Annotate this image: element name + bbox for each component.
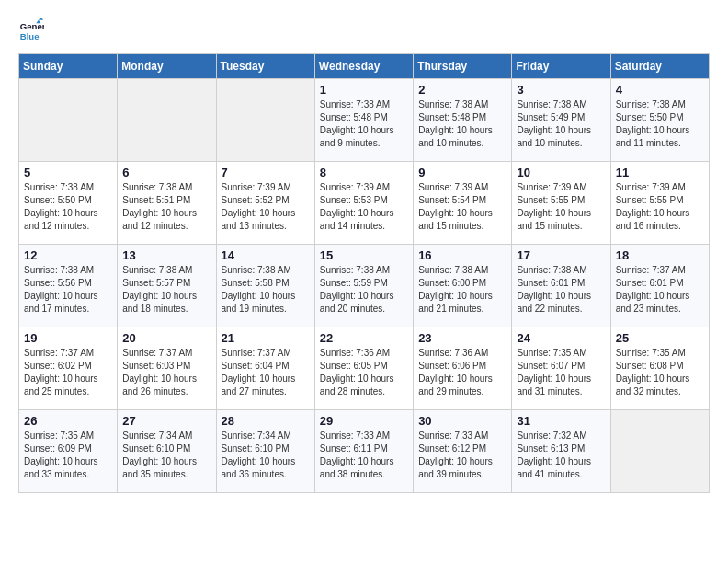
day-info: Sunrise: 7:36 AM Sunset: 6:05 PM Dayligh… [320, 347, 408, 398]
calendar-cell: 3Sunrise: 7:38 AM Sunset: 5:49 PM Daylig… [512, 79, 610, 162]
day-info: Sunrise: 7:38 AM Sunset: 5:48 PM Dayligh… [320, 98, 408, 150]
day-info: Sunrise: 7:38 AM Sunset: 5:56 PM Dayligh… [24, 264, 112, 316]
day-number: 15 [320, 248, 408, 262]
weekday-header-saturday: Saturday [610, 54, 709, 79]
calendar-cell: 16Sunrise: 7:38 AM Sunset: 6:00 PM Dayli… [414, 245, 512, 327]
calendar-cell: 21Sunrise: 7:37 AM Sunset: 6:04 PM Dayli… [216, 327, 314, 410]
page-header: General Blue [18, 18, 710, 44]
day-info: Sunrise: 7:32 AM Sunset: 6:13 PM Dayligh… [517, 430, 605, 481]
day-number: 29 [320, 414, 408, 428]
day-info: Sunrise: 7:34 AM Sunset: 6:10 PM Dayligh… [122, 430, 210, 481]
calendar-cell: 19Sunrise: 7:37 AM Sunset: 6:02 PM Dayli… [19, 327, 118, 410]
day-info: Sunrise: 7:38 AM Sunset: 5:49 PM Dayligh… [517, 98, 605, 150]
day-info: Sunrise: 7:34 AM Sunset: 6:10 PM Dayligh… [222, 430, 310, 481]
calendar-cell: 12Sunrise: 7:38 AM Sunset: 5:56 PM Dayli… [19, 245, 118, 327]
day-info: Sunrise: 7:38 AM Sunset: 5:51 PM Dayligh… [122, 181, 210, 233]
day-info: Sunrise: 7:35 AM Sunset: 6:09 PM Dayligh… [24, 430, 112, 481]
day-number: 11 [616, 166, 704, 179]
day-number: 10 [517, 166, 605, 179]
day-number: 25 [616, 331, 704, 345]
day-number: 7 [222, 166, 310, 179]
day-info: Sunrise: 7:33 AM Sunset: 6:12 PM Dayligh… [418, 430, 506, 481]
day-info: Sunrise: 7:37 AM Sunset: 6:01 PM Dayligh… [616, 264, 704, 316]
calendar-cell [118, 79, 216, 162]
weekday-header-tuesday: Tuesday [216, 54, 314, 79]
calendar-cell: 30Sunrise: 7:33 AM Sunset: 6:12 PM Dayli… [414, 410, 512, 493]
day-info: Sunrise: 7:38 AM Sunset: 6:00 PM Dayligh… [418, 264, 506, 316]
calendar-cell: 1Sunrise: 7:38 AM Sunset: 5:48 PM Daylig… [314, 79, 413, 162]
day-info: Sunrise: 7:38 AM Sunset: 5:59 PM Dayligh… [320, 264, 408, 316]
day-number: 22 [320, 331, 408, 345]
weekday-header-wednesday: Wednesday [314, 54, 413, 79]
day-info: Sunrise: 7:38 AM Sunset: 5:57 PM Dayligh… [122, 264, 210, 316]
day-number: 13 [122, 248, 210, 262]
day-number: 26 [24, 414, 112, 428]
day-info: Sunrise: 7:39 AM Sunset: 5:52 PM Dayligh… [222, 181, 310, 233]
weekday-header-sunday: Sunday [19, 54, 118, 79]
day-number: 12 [24, 248, 112, 262]
day-info: Sunrise: 7:35 AM Sunset: 6:08 PM Dayligh… [616, 347, 704, 398]
day-info: Sunrise: 7:38 AM Sunset: 5:48 PM Dayligh… [418, 98, 506, 150]
day-number: 18 [616, 248, 704, 262]
day-info: Sunrise: 7:38 AM Sunset: 5:50 PM Dayligh… [616, 98, 704, 150]
day-number: 9 [418, 166, 506, 179]
day-number: 17 [517, 248, 605, 262]
logo: General Blue [18, 18, 48, 44]
calendar-cell: 17Sunrise: 7:38 AM Sunset: 6:01 PM Dayli… [512, 245, 610, 327]
day-info: Sunrise: 7:33 AM Sunset: 6:11 PM Dayligh… [320, 430, 408, 481]
day-number: 23 [418, 331, 506, 345]
calendar-table: SundayMondayTuesdayWednesdayThursdayFrid… [18, 53, 710, 493]
day-info: Sunrise: 7:39 AM Sunset: 5:53 PM Dayligh… [320, 181, 408, 233]
day-number: 1 [320, 83, 408, 97]
day-info: Sunrise: 7:39 AM Sunset: 5:55 PM Dayligh… [517, 181, 605, 233]
calendar-cell: 8Sunrise: 7:39 AM Sunset: 5:53 PM Daylig… [314, 162, 413, 245]
day-number: 31 [517, 414, 605, 428]
calendar-cell [19, 79, 118, 162]
day-info: Sunrise: 7:39 AM Sunset: 5:54 PM Dayligh… [418, 181, 506, 233]
calendar-cell: 29Sunrise: 7:33 AM Sunset: 6:11 PM Dayli… [314, 410, 413, 493]
calendar-cell: 6Sunrise: 7:38 AM Sunset: 5:51 PM Daylig… [118, 162, 216, 245]
calendar-cell: 10Sunrise: 7:39 AM Sunset: 5:55 PM Dayli… [512, 162, 610, 245]
calendar-cell: 27Sunrise: 7:34 AM Sunset: 6:10 PM Dayli… [118, 410, 216, 493]
day-number: 27 [122, 414, 210, 428]
calendar-cell: 18Sunrise: 7:37 AM Sunset: 6:01 PM Dayli… [610, 245, 709, 327]
weekday-header-thursday: Thursday [414, 54, 512, 79]
day-info: Sunrise: 7:36 AM Sunset: 6:06 PM Dayligh… [418, 347, 506, 398]
calendar-cell: 13Sunrise: 7:38 AM Sunset: 5:57 PM Dayli… [118, 245, 216, 327]
calendar-cell: 26Sunrise: 7:35 AM Sunset: 6:09 PM Dayli… [19, 410, 118, 493]
calendar-cell: 11Sunrise: 7:39 AM Sunset: 5:55 PM Dayli… [610, 162, 709, 245]
day-number: 3 [517, 83, 605, 97]
calendar-cell: 22Sunrise: 7:36 AM Sunset: 6:05 PM Dayli… [314, 327, 413, 410]
day-info: Sunrise: 7:38 AM Sunset: 5:50 PM Dayligh… [24, 181, 112, 233]
day-number: 21 [222, 331, 310, 345]
calendar-cell: 24Sunrise: 7:35 AM Sunset: 6:07 PM Dayli… [512, 327, 610, 410]
calendar-cell: 4Sunrise: 7:38 AM Sunset: 5:50 PM Daylig… [610, 79, 709, 162]
calendar-cell: 9Sunrise: 7:39 AM Sunset: 5:54 PM Daylig… [414, 162, 512, 245]
day-info: Sunrise: 7:37 AM Sunset: 6:02 PM Dayligh… [24, 347, 112, 398]
day-info: Sunrise: 7:37 AM Sunset: 6:04 PM Dayligh… [222, 347, 310, 398]
day-number: 16 [418, 248, 506, 262]
calendar-cell: 15Sunrise: 7:38 AM Sunset: 5:59 PM Dayli… [314, 245, 413, 327]
calendar-cell: 31Sunrise: 7:32 AM Sunset: 6:13 PM Dayli… [512, 410, 610, 493]
svg-text:Blue: Blue [20, 31, 40, 41]
calendar-cell [216, 79, 314, 162]
day-info: Sunrise: 7:38 AM Sunset: 5:58 PM Dayligh… [222, 264, 310, 316]
weekday-header-monday: Monday [118, 54, 216, 79]
day-info: Sunrise: 7:39 AM Sunset: 5:55 PM Dayligh… [616, 181, 704, 233]
calendar-cell: 28Sunrise: 7:34 AM Sunset: 6:10 PM Dayli… [216, 410, 314, 493]
calendar-cell: 7Sunrise: 7:39 AM Sunset: 5:52 PM Daylig… [216, 162, 314, 245]
day-number: 19 [24, 331, 112, 345]
day-number: 4 [616, 83, 704, 97]
day-info: Sunrise: 7:37 AM Sunset: 6:03 PM Dayligh… [122, 347, 210, 398]
day-number: 6 [122, 166, 210, 179]
calendar-cell: 20Sunrise: 7:37 AM Sunset: 6:03 PM Dayli… [118, 327, 216, 410]
logo-icon: General Blue [18, 18, 44, 44]
day-number: 28 [222, 414, 310, 428]
day-number: 5 [24, 166, 112, 179]
day-info: Sunrise: 7:38 AM Sunset: 6:01 PM Dayligh… [517, 264, 605, 316]
weekday-header-friday: Friday [512, 54, 610, 79]
calendar-cell: 23Sunrise: 7:36 AM Sunset: 6:06 PM Dayli… [414, 327, 512, 410]
calendar-cell [610, 410, 709, 493]
calendar-cell: 2Sunrise: 7:38 AM Sunset: 5:48 PM Daylig… [414, 79, 512, 162]
calendar-cell: 14Sunrise: 7:38 AM Sunset: 5:58 PM Dayli… [216, 245, 314, 327]
